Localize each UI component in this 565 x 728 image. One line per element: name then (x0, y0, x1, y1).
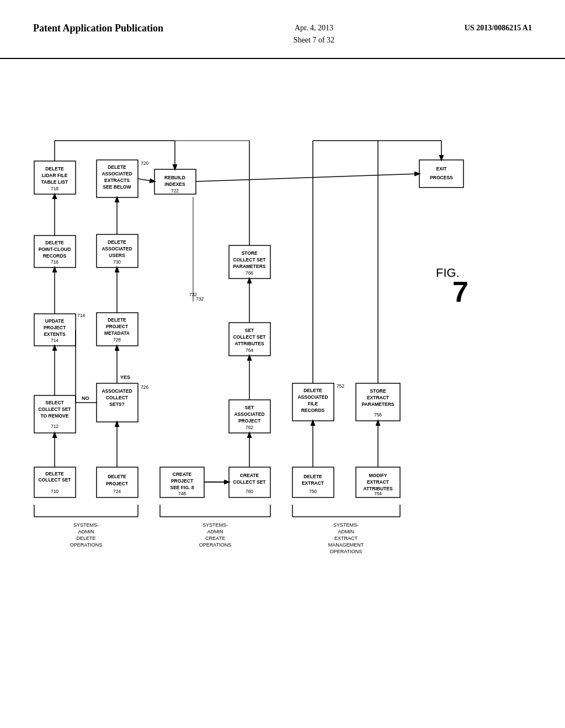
svg-text:750: 750 (309, 489, 317, 494)
svg-text:ASSOCIATED: ASSOCIATED (102, 171, 132, 176)
svg-text:DELETE: DELETE (303, 388, 322, 393)
svg-text:SYSTEMS-: SYSTEMS- (73, 522, 99, 528)
svg-text:DELETE: DELETE (45, 166, 64, 172)
svg-text:YES: YES (120, 374, 130, 380)
svg-text:DELETE: DELETE (108, 474, 126, 479)
svg-text:OPERATIONS: OPERATIONS (70, 542, 102, 548)
svg-text:EXTRACT: EXTRACT (302, 480, 324, 486)
svg-text:DELETE: DELETE (303, 474, 322, 479)
svg-text:752: 752 (337, 383, 344, 389)
svg-text:PROJECT: PROJECT (106, 481, 129, 486)
svg-text:CREATE: CREATE (205, 536, 225, 541)
svg-text:PROJECT: PROJECT (44, 325, 66, 330)
svg-text:TABLE LIST: TABLE LIST (41, 179, 68, 185)
svg-text:ASSOCIATED: ASSOCIATED (102, 246, 132, 251)
svg-text:SYSTEMS-: SYSTEMS- (333, 522, 359, 528)
svg-text:USERS: USERS (109, 253, 125, 258)
svg-text:COLLECT SET: COLLECT SET (38, 477, 71, 483)
svg-text:764: 764 (246, 347, 253, 353)
svg-text:CREATE: CREATE (173, 472, 192, 477)
svg-text:762: 762 (246, 425, 253, 430)
svg-text:7: 7 (452, 276, 468, 308)
svg-text:SYSTEMS-: SYSTEMS- (202, 522, 228, 528)
svg-text:SETS?: SETS? (109, 402, 124, 407)
svg-text:748: 748 (178, 491, 186, 496)
svg-text:SELECT: SELECT (45, 400, 64, 405)
pub-date: Apr. 4, 2013 (295, 24, 333, 32)
svg-text:DELETE: DELETE (45, 240, 64, 245)
svg-text:712: 712 (51, 424, 58, 429)
diagram-area: DELETE COLLECT SET 710 SELECT COLLECT SE… (0, 59, 565, 704)
svg-text:756: 756 (374, 412, 382, 417)
svg-text:ASSOCIATED: ASSOCIATED (234, 411, 264, 417)
svg-text:DELETE: DELETE (76, 536, 95, 541)
svg-text:PROJECT: PROJECT (106, 324, 129, 329)
svg-text:754: 754 (374, 491, 382, 496)
svg-text:MANAGEMENT: MANAGEMENT (328, 542, 364, 548)
svg-text:COLLECT SET: COLLECT SET (233, 479, 266, 485)
svg-text:ASSOCIATED: ASSOCIATED (102, 388, 132, 394)
svg-text:STORE: STORE (370, 388, 386, 394)
svg-text:726: 726 (141, 384, 148, 390)
svg-text:ASSOCIATED: ASSOCIATED (297, 394, 328, 400)
header-center: Apr. 4, 2013 Sheet 7 of 32 (294, 22, 334, 47)
svg-text:NO: NO (82, 395, 89, 401)
svg-text:CREATE: CREATE (240, 473, 259, 478)
svg-text:DELETE: DELETE (108, 317, 126, 323)
page-header: Patent Application Publication Apr. 4, 2… (0, 0, 565, 59)
svg-text:LIDAR FILE: LIDAR FILE (42, 173, 68, 178)
svg-text:ATTRIBUTES: ATTRIBUTES (234, 341, 264, 346)
svg-rect-98 (419, 160, 463, 188)
svg-text:732: 732 (196, 296, 204, 302)
svg-text:REBUILD: REBUILD (164, 175, 185, 180)
svg-text:SET: SET (245, 328, 254, 333)
svg-text:728: 728 (113, 337, 121, 342)
svg-text:EXTRACT: EXTRACT (334, 536, 358, 541)
svg-text:COLLECT SET: COLLECT SET (233, 334, 266, 340)
svg-text:OPERATIONS: OPERATIONS (199, 542, 231, 548)
svg-text:METADATA: METADATA (104, 330, 130, 336)
svg-text:EXTRACT: EXTRACT (367, 395, 390, 400)
svg-text:MODIFY: MODIFY (369, 473, 387, 478)
svg-text:SEE FIG. 8: SEE FIG. 8 (170, 485, 194, 490)
sheet-info: Sheet 7 of 32 (294, 36, 334, 44)
svg-text:PROCESS: PROCESS (430, 175, 453, 180)
svg-text:PROJECT: PROJECT (238, 418, 261, 424)
patent-number: US 2013/0086215 A1 (465, 22, 532, 34)
svg-text:COLLECT SET: COLLECT SET (233, 257, 266, 263)
svg-text:EXIT: EXIT (436, 166, 447, 172)
svg-text:SET: SET (245, 405, 254, 410)
svg-text:PARAMETERS: PARAMETERS (362, 402, 395, 407)
svg-text:722: 722 (171, 188, 179, 194)
svg-text:SEE BELOW: SEE BELOW (103, 184, 131, 190)
svg-text:FILE: FILE (308, 401, 318, 406)
svg-text:OPERATIONS: OPERATIONS (330, 549, 362, 554)
svg-text:716: 716 (51, 259, 58, 265)
svg-text:EXTRACT: EXTRACT (367, 479, 390, 485)
svg-text:760: 760 (246, 489, 253, 494)
svg-text:730: 730 (113, 259, 121, 265)
svg-line-113 (138, 179, 154, 181)
svg-text:UPDATE: UPDATE (45, 318, 65, 324)
svg-text:714: 714 (77, 313, 85, 318)
flowchart-svg: DELETE COLLECT SET 710 SELECT COLLECT SE… (0, 59, 565, 704)
svg-line-117 (196, 174, 419, 181)
svg-text:ADMIN: ADMIN (207, 529, 223, 534)
svg-text:TO REMOVE: TO REMOVE (41, 413, 69, 419)
svg-text:INDEXES: INDEXES (164, 181, 185, 187)
svg-text:FIG.: FIG. (436, 266, 460, 280)
svg-text:DELETE: DELETE (108, 164, 126, 170)
svg-text:710: 710 (51, 489, 58, 494)
svg-text:COLLECT: COLLECT (106, 395, 129, 400)
svg-text:PARAMETERS: PARAMETERS (233, 264, 266, 269)
svg-text:POINT-CLOUD: POINT-CLOUD (39, 247, 71, 252)
svg-text:714: 714 (51, 338, 58, 343)
svg-text:RECORDS: RECORDS (301, 408, 325, 413)
svg-text:724: 724 (113, 489, 121, 494)
svg-text:DELETE: DELETE (45, 471, 64, 477)
svg-text:PROJECT: PROJECT (171, 478, 194, 484)
svg-text:EXTENTS: EXTENTS (44, 331, 66, 337)
svg-text:720: 720 (141, 160, 148, 166)
svg-text:EXTRACTS: EXTRACTS (104, 178, 130, 183)
svg-text:DELETE: DELETE (108, 239, 126, 245)
